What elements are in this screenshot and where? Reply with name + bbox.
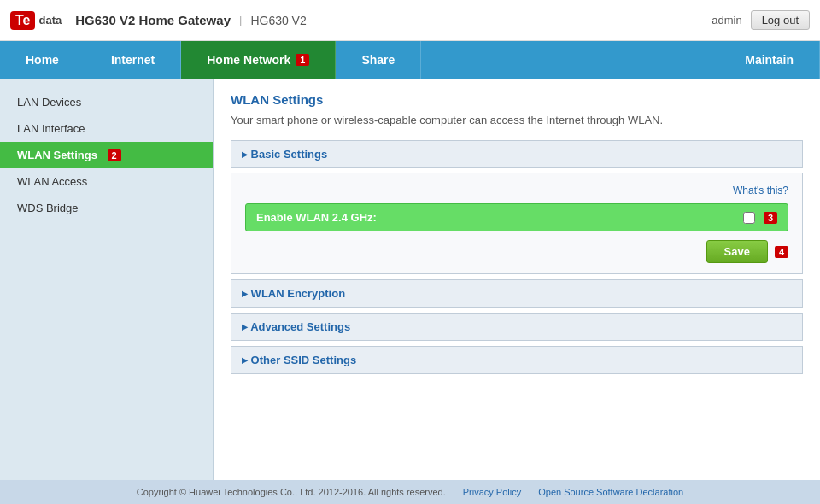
nav-item-internet[interactable]: Internet xyxy=(85,41,181,79)
nav-item-share[interactable]: Share xyxy=(336,41,421,79)
footer: Copyright © Huawei Technologies Co., Ltd… xyxy=(0,480,820,504)
basic-settings-label: ▸ Basic Settings xyxy=(242,148,327,161)
content: WLAN Settings Your smart phone or wirele… xyxy=(214,79,820,480)
admin-label: admin xyxy=(712,14,741,26)
sidebar-item-wlan-access[interactable]: WLAN Access xyxy=(0,168,213,195)
wlan-enable-label: Enable WLAN 2.4 GHz: xyxy=(256,211,743,224)
whats-this-link[interactable]: What's this? xyxy=(733,185,788,196)
sidebar-item-lan-devices[interactable]: LAN Devices xyxy=(0,89,213,115)
save-button[interactable]: Save xyxy=(706,240,768,263)
wlan-enable-checkbox[interactable] xyxy=(743,212,755,224)
badge-2: 2 xyxy=(108,149,121,161)
logo-icon: Te xyxy=(10,11,35,30)
badge-4: 4 xyxy=(775,246,788,258)
section-description: Your smart phone or wireless-capable com… xyxy=(231,114,803,126)
footer-copyright: Copyright © Huawei Technologies Co., Ltd… xyxy=(137,487,446,497)
advanced-settings-header[interactable]: ▸ Advanced Settings xyxy=(231,313,803,341)
sidebar-item-wlan-settings[interactable]: WLAN Settings 2 xyxy=(0,142,213,168)
sidebar-item-lan-interface[interactable]: LAN Interface xyxy=(0,115,213,142)
nav-item-home-network[interactable]: Home Network 1 xyxy=(181,41,336,79)
nav-item-home[interactable]: Home xyxy=(0,41,85,79)
whats-this: What's this? xyxy=(245,184,788,196)
page-title: WLAN Settings xyxy=(231,92,803,107)
sidebar-item-wds-bridge[interactable]: WDS Bridge xyxy=(0,195,213,221)
basic-settings-header[interactable]: ▸ Basic Settings xyxy=(231,140,803,168)
logo: Te data xyxy=(10,11,62,30)
wlan-enable-row: Enable WLAN 2.4 GHz: 3 xyxy=(245,203,788,231)
save-row: Save 4 xyxy=(245,240,788,263)
logout-button[interactable]: Log out xyxy=(751,10,810,30)
other-ssid-header[interactable]: ▸ Other SSID Settings xyxy=(231,346,803,374)
nav-item-maintain[interactable]: Maintain xyxy=(719,41,820,79)
advanced-settings-label: ▸ Advanced Settings xyxy=(242,320,350,333)
header: Te data HG630 V2 Home Gateway | HG630 V2… xyxy=(0,0,820,41)
header-title: HG630 V2 Home Gateway xyxy=(75,13,231,27)
wlan-encryption-header[interactable]: ▸ WLAN Encryption xyxy=(231,279,803,308)
wlan-encryption-label: ▸ WLAN Encryption xyxy=(242,287,345,300)
badge-3: 3 xyxy=(764,212,777,224)
header-subtitle: HG630 V2 xyxy=(250,14,306,27)
nav: Home Internet Home Network 1 Share Maint… xyxy=(0,41,820,79)
badge-1: 1 xyxy=(296,54,309,66)
other-ssid-label: ▸ Other SSID Settings xyxy=(242,354,356,366)
basic-settings-content: What's this? Enable WLAN 2.4 GHz: 3 Save… xyxy=(231,173,803,274)
footer-open-source-link[interactable]: Open Source Software Declaration xyxy=(538,487,683,497)
footer-privacy-link[interactable]: Privacy Policy xyxy=(463,487,521,497)
sidebar: LAN Devices LAN Interface WLAN Settings … xyxy=(0,79,214,480)
header-separator: | xyxy=(239,14,242,26)
main: LAN Devices LAN Interface WLAN Settings … xyxy=(0,79,820,480)
logo-data: data xyxy=(38,14,62,26)
header-right: admin Log out xyxy=(712,10,810,30)
